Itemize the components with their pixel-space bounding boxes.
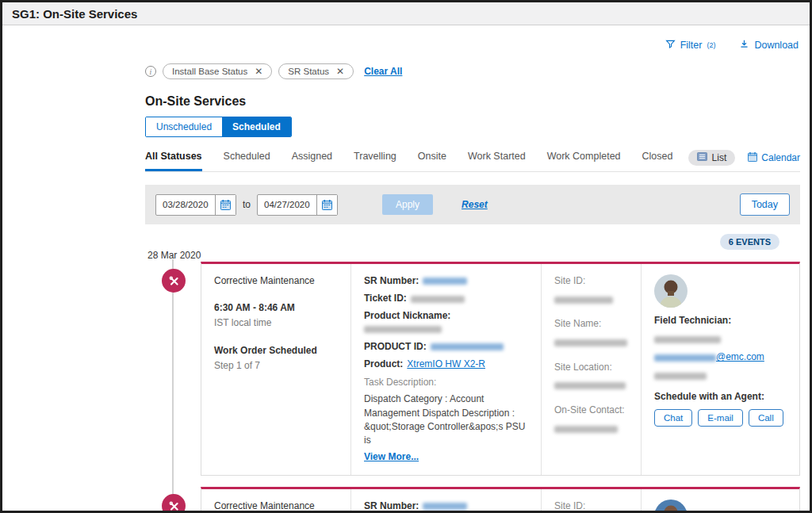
service-request-column: SR Number: Ticket ID: Product Nickname: … [350,489,541,513]
maintenance-tools-icon [162,269,186,293]
chip-sr-status[interactable]: SR Status ✕ [278,63,354,79]
filter-button[interactable]: Filter(2) [665,39,716,52]
tab-scheduled[interactable]: Scheduled [224,151,270,171]
page-title: On-Site Services [145,94,800,109]
event-type: Corrective Maintenance [214,500,338,512]
onsite-contact-value-redacted [554,426,618,433]
chip-label: Install Base Status [172,67,247,76]
tab-onsite[interactable]: Onsite [418,151,446,171]
event-step: Step 1 of 7 [214,359,338,372]
page-header-title: SG1: On-Site Services [12,7,137,21]
site-id-label: Site ID: [554,274,628,287]
download-button[interactable]: Download [739,39,799,52]
site-name-value-redacted [554,339,627,346]
reset-link[interactable]: Reset [462,199,488,210]
calendar-icon [748,152,757,164]
sr-number-label: SR Number: [364,500,419,511]
today-button[interactable]: Today [740,193,790,216]
event-card: Corrective Maintenance 9:30 AM - 11:17 A… [201,487,800,513]
tab-travelling[interactable]: Travelling [354,151,396,171]
end-date-calendar-button[interactable] [316,195,337,215]
chip-label: SR Status [288,67,329,76]
task-description-text: Dispatch Category : Account Management D… [364,392,528,448]
task-description-label: Task Description: [364,376,528,389]
event-type: Corrective Maintenance [214,274,338,287]
start-date-calendar-button[interactable] [215,195,236,215]
agent-buttons: Chat E-mail Call [654,409,787,427]
tab-all-statuses[interactable]: All Statuses [145,151,202,171]
product-label: Product: [364,358,403,369]
sr-number-value-redacted[interactable] [423,503,467,510]
maintenance-tools-icon [162,494,186,513]
call-button[interactable]: Call [749,409,783,427]
view-mode-switch: List Calendar [688,150,800,171]
clear-all-link[interactable]: Clear All [364,66,402,77]
onsite-contact-label: On-Site Contact: [554,404,628,416]
field-technician-label: Field Technician: [654,314,787,327]
ticket-id-label: Ticket ID: [364,293,407,304]
close-icon[interactable]: ✕ [336,67,344,76]
site-location-label: Site Location: [554,361,628,373]
event-card-grid: Corrective Maintenance 9:30 AM - 11:17 A… [201,489,799,513]
product-link[interactable]: XtremIO HW X2-R [407,358,485,369]
technician-name-redacted [654,336,721,343]
download-label: Download [754,40,799,51]
calendar-view-button[interactable]: Calendar [748,152,800,164]
event-time-range: 6:30 AM - 8:46 AM [214,301,338,314]
info-icon: i [145,66,156,77]
status-tabs-row: All Statuses Scheduled Assigned Travelli… [145,150,800,172]
close-icon[interactable]: ✕ [255,67,262,76]
app-window: SG1: On-Site Services Filter(2) Download… [0,0,812,513]
sr-number-value-redacted[interactable] [423,278,467,285]
chat-button[interactable]: Chat [654,409,692,427]
sr-number-label: SR Number: [364,275,419,286]
product-id-label: PRODUCT ID: [364,341,427,352]
site-name-label: Site Name: [554,317,628,330]
scheduled-toggle-button[interactable]: Scheduled [222,117,291,136]
product-nickname-value-redacted [364,326,442,333]
technician-column: Field Technician: @emc.com Schedule with… [641,489,799,513]
event-status: Work Order Scheduled [214,344,338,357]
timeline-line [172,259,174,513]
event-summary-column: Corrective Maintenance 6:30 AM - 8:46 AM… [201,264,350,475]
site-info-column: Site ID: Site Name: Site Location: On-Si… [541,489,641,513]
technician-avatar [654,274,688,308]
technician-phone-redacted [654,373,707,380]
toolbar: Filter(2) Download [145,39,800,52]
email-button[interactable]: E-mail [698,409,743,427]
main-content: Filter(2) Download i Install Base Status… [145,25,800,511]
date-filter-bar: to Apply Reset Today [145,185,800,224]
filter-count: (2) [707,41,715,49]
end-date-group [257,194,338,216]
list-view-label: List [712,152,727,163]
tab-assigned[interactable]: Assigned [292,151,332,171]
technician-email-user-redacted[interactable] [654,354,716,362]
chip-install-base-status[interactable]: Install Base Status ✕ [163,63,272,79]
list-view-button[interactable]: List [688,150,736,166]
download-icon [739,39,749,52]
tab-work-completed[interactable]: Work Completed [547,151,621,171]
events-timeline: 28 Mar 2020 Corrective Maintenance 6:30 … [145,251,800,513]
timeline-date: 28 Mar 2020 [147,250,201,261]
events-badge-row: 6 EVENTS [145,234,800,250]
date-range-to-label: to [243,199,251,210]
site-id-value-redacted [554,297,613,304]
tab-work-started[interactable]: Work Started [468,151,526,171]
technician-column: Field Technician: @emc.com Schedule with… [641,264,799,475]
schedule-toggle: Unscheduled Scheduled [145,117,292,137]
apply-button[interactable]: Apply [382,194,433,215]
funnel-icon [665,39,676,52]
view-more-link[interactable]: View More... [364,450,419,463]
event-card-grid: Corrective Maintenance 6:30 AM - 8:46 AM… [201,264,799,475]
service-request-column: SR Number: Ticket ID: Product Nickname: … [350,264,541,475]
start-date-input[interactable] [156,195,215,215]
product-id-value-redacted[interactable] [431,343,504,350]
calendar-view-label: Calendar [761,152,800,163]
list-icon [697,152,707,163]
tab-closed[interactable]: Closed [642,151,673,171]
events-count-badge: 6 EVENTS [720,234,779,250]
window-title-bar: SG1: On-Site Services [2,2,810,25]
technician-email-domain[interactable]: @emc.com [716,351,764,362]
unscheduled-toggle-button[interactable]: Unscheduled [146,117,222,136]
end-date-input[interactable] [258,195,316,215]
